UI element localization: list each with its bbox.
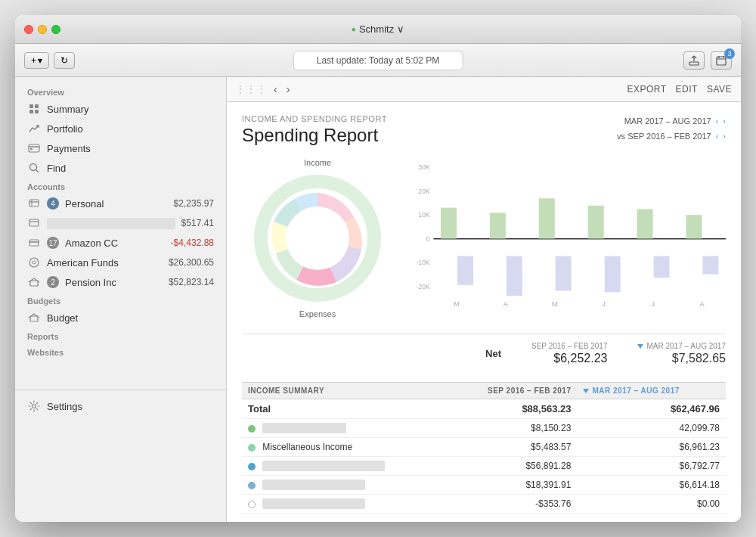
- find-icon: [27, 161, 41, 175]
- row1-color-indicator: [248, 425, 256, 433]
- date-range-prev-btn[interactable]: ‹: [716, 114, 719, 129]
- total-val2: $62,467.96: [577, 399, 726, 419]
- account2-label: ██████████: [47, 218, 175, 229]
- save-button[interactable]: SAVE: [707, 84, 732, 95]
- sidebar-item-amazon[interactable]: 17 Amazon CC -$4,432.88: [15, 233, 226, 253]
- sidebar-item-pension[interactable]: 2 Pension Inc $52,823.14: [15, 272, 226, 292]
- amazon-label: Amazon CC: [65, 237, 165, 249]
- minimize-button[interactable]: [38, 25, 47, 34]
- export-icon: [689, 55, 699, 66]
- chart-area: Income: [242, 155, 726, 321]
- net-section: Net SEP 2016 – FEB 2017 $6,252.23 MAR 20…: [242, 334, 726, 373]
- report-header: INCOME AND SPENDING REPORT Spending Repo…: [242, 114, 726, 155]
- svg-rect-9: [35, 110, 39, 113]
- portfolio-icon: [27, 122, 41, 135]
- nav-prev-button[interactable]: ‹: [271, 82, 280, 97]
- bar-chart: 30K 20K 10K 0 -10K -20K: [408, 155, 726, 321]
- find-label: Find: [47, 163, 214, 174]
- svg-rect-44: [654, 256, 670, 278]
- total-label: Total: [242, 399, 446, 419]
- account2-icon: [27, 216, 41, 230]
- svg-rect-8: [29, 110, 33, 113]
- net-col-1: SEP 2016 – FEB 2017 $6,252.23: [531, 342, 607, 365]
- row4-label: ████████████████: [242, 476, 446, 495]
- calendar-button[interactable]: 3: [711, 51, 732, 70]
- income-row-4: ████████████████ $18,391.91 $6,614.18: [242, 476, 726, 495]
- bar-chart-svg: 30K 20K 10K 0 -10K -20K: [408, 155, 726, 314]
- sidebar-item-summary[interactable]: Summary: [15, 99, 226, 119]
- sidebar-item-payments[interactable]: Payments: [15, 138, 226, 158]
- app-window: ● Schmitz ∨ + ▾ ↻ Last update: Today at …: [15, 15, 741, 522]
- row4-val1: $18,391.91: [446, 476, 577, 495]
- svg-text:0: 0: [426, 235, 430, 243]
- donut-svg: [249, 170, 386, 306]
- svg-rect-46: [702, 256, 718, 275]
- svg-point-13: [30, 164, 37, 171]
- svg-rect-10: [29, 144, 39, 152]
- window-title: ● Schmitz ∨: [352, 23, 404, 35]
- svg-rect-15: [29, 200, 39, 206]
- compare-next-btn[interactable]: ›: [723, 129, 726, 144]
- row5-val1: -$353.76: [446, 495, 577, 514]
- sidebar-item-settings[interactable]: Settings: [15, 396, 226, 416]
- account2-value: $517.41: [181, 218, 214, 228]
- svg-rect-36: [457, 256, 473, 285]
- add-button[interactable]: + ▾: [24, 52, 49, 69]
- row3-color-indicator: [248, 463, 256, 470]
- sidebar-item-find[interactable]: Find: [15, 158, 226, 178]
- summary-icon: [27, 102, 41, 116]
- sidebar-item-budget[interactable]: Budget: [15, 308, 226, 327]
- svg-rect-45: [686, 215, 702, 239]
- export-button[interactable]: EXPORT: [627, 84, 666, 95]
- svg-rect-6: [29, 104, 33, 108]
- svg-rect-23: [30, 281, 38, 286]
- svg-text:30K: 30K: [418, 163, 430, 171]
- row1-val1: $8,150.23: [446, 419, 577, 438]
- svg-rect-0: [689, 62, 699, 65]
- personal-label: Personal: [65, 198, 168, 210]
- svg-point-25: [33, 405, 36, 408]
- pension-icon: [27, 275, 41, 289]
- refresh-button[interactable]: ↻: [54, 52, 75, 69]
- budgets-section-label: Budgets: [15, 292, 226, 308]
- sidebar-item-portfolio[interactable]: Portfolio: [15, 119, 226, 138]
- budget-icon: [27, 311, 41, 324]
- compare-prev-btn[interactable]: ‹: [716, 129, 719, 144]
- titlebar: ● Schmitz ∨: [15, 15, 741, 44]
- row2-label: Miscellaneous Income: [242, 438, 446, 457]
- sidebar: Overview Summary: [15, 77, 227, 522]
- svg-rect-41: [588, 206, 604, 239]
- row1-label: █████████████: [242, 419, 446, 438]
- date-range-next-btn[interactable]: ›: [723, 114, 726, 129]
- sidebar-item-account2[interactable]: ██████████ $517.41: [15, 213, 226, 233]
- pension-label: Pension Inc: [65, 277, 163, 288]
- export-toolbar-button[interactable]: [683, 51, 705, 70]
- settings-icon: [27, 399, 41, 413]
- american-funds-value: $26,300.65: [169, 257, 214, 268]
- sidebar-item-american-funds[interactable]: American Funds $26,300.65: [15, 253, 226, 272]
- payments-icon: [27, 141, 41, 155]
- svg-rect-20: [29, 240, 39, 246]
- edit-button[interactable]: EDIT: [676, 84, 698, 95]
- personal-value: $2,235.97: [174, 198, 214, 209]
- svg-text:-20K: -20K: [417, 283, 430, 290]
- american-funds-icon: [27, 256, 41, 269]
- income-row-3: ███████████████████ $56,891.28 $6,792.77: [242, 457, 726, 476]
- nav-next-button[interactable]: ›: [284, 82, 293, 97]
- close-button[interactable]: [24, 25, 33, 34]
- svg-text:A: A: [699, 300, 705, 308]
- svg-rect-38: [507, 256, 522, 296]
- row4-val2: $6,614.18: [577, 476, 726, 495]
- portfolio-label: Portfolio: [47, 123, 214, 135]
- net-col2-value: $7,582.65: [637, 352, 726, 365]
- panel-nav: ⋮⋮⋮ ‹ ›: [236, 82, 293, 97]
- date-range-current: MAR 2017 – AUG 2017: [624, 114, 711, 129]
- col2-header: MAR 2017 – AUG 2017: [577, 383, 726, 399]
- accounts-section-label: Accounts: [15, 178, 226, 194]
- sidebar-item-personal[interactable]: 4 Personal $2,235.97: [15, 194, 226, 213]
- net-col1-header: SEP 2016 – FEB 2017: [531, 342, 607, 350]
- col-label-header: INCOME SUMMARY: [242, 383, 446, 399]
- row5-val2: $0.00: [577, 495, 726, 514]
- panel-actions: EXPORT EDIT SAVE: [627, 84, 732, 95]
- maximize-button[interactable]: [51, 25, 60, 34]
